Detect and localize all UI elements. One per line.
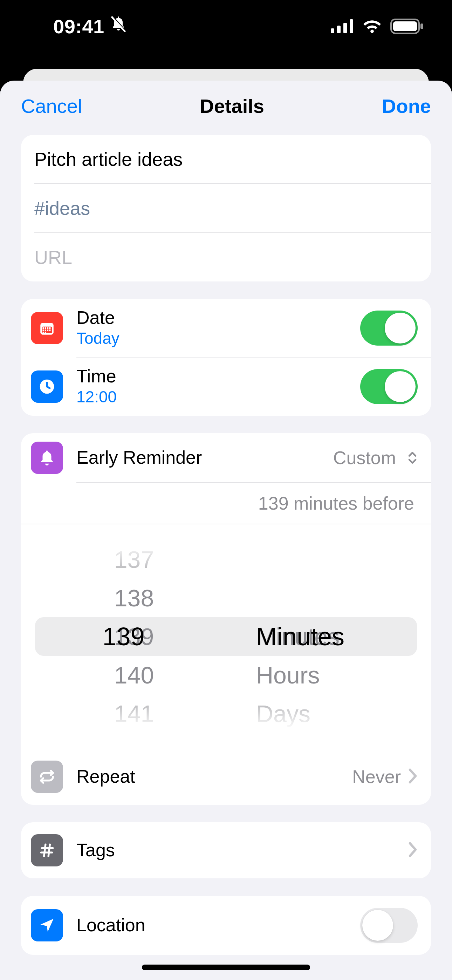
- tags-group: Tags: [21, 822, 431, 878]
- repeat-row[interactable]: Repeat Never: [21, 749, 431, 805]
- svg-rect-16: [45, 329, 46, 331]
- time-row[interactable]: Time 12:00: [21, 358, 431, 415]
- svg-rect-12: [45, 328, 46, 329]
- url-field[interactable]: URL: [21, 233, 431, 282]
- picker-selected-unit: Minutes: [226, 617, 431, 656]
- early-reminder-group: Early Reminder Custom 139 minutes before: [21, 433, 431, 805]
- hash-icon: [31, 834, 63, 866]
- picker-selected-number: 139: [21, 617, 226, 656]
- custom-picker[interactable]: 135 136 137 138 139 140 141 142 143: [21, 524, 431, 749]
- bell-icon: [31, 442, 63, 474]
- svg-rect-18: [49, 329, 51, 331]
- home-indicator: [142, 964, 310, 970]
- time-label: Time: [76, 366, 360, 387]
- date-time-group: Date Today Time 12:00: [21, 299, 431, 416]
- svg-rect-17: [47, 329, 48, 331]
- details-sheet: Cancel Details Done Pitch article ideas …: [0, 81, 452, 980]
- date-toggle[interactable]: [360, 310, 418, 345]
- cancel-button[interactable]: Cancel: [21, 95, 82, 118]
- location-icon: [31, 909, 63, 942]
- date-value: Today: [76, 328, 360, 349]
- early-reminder-row[interactable]: Early Reminder Custom: [21, 433, 431, 482]
- date-row[interactable]: Date Today: [21, 299, 431, 357]
- wifi-icon: [361, 19, 383, 34]
- status-time: 09:41: [53, 15, 104, 38]
- date-label: Date: [76, 307, 360, 328]
- svg-rect-4: [344, 23, 347, 33]
- location-group: Location: [21, 896, 431, 955]
- chevron-right-icon: [408, 768, 418, 785]
- svg-rect-20: [45, 332, 46, 333]
- status-bar: 09:41: [0, 0, 452, 63]
- svg-rect-19: [43, 332, 44, 333]
- svg-rect-11: [43, 328, 44, 329]
- svg-rect-15: [43, 329, 44, 331]
- repeat-icon: [31, 760, 63, 793]
- svg-rect-14: [49, 328, 51, 329]
- svg-rect-5: [350, 19, 353, 33]
- repeat-label: Repeat: [76, 766, 352, 787]
- do-not-disturb-icon: [110, 15, 127, 38]
- time-value: 12:00: [76, 387, 360, 407]
- early-reminder-summary: 139 minutes before: [21, 483, 431, 523]
- svg-rect-3: [337, 25, 341, 33]
- clock-icon: [31, 371, 63, 403]
- title-field[interactable]: Pitch article ideas: [21, 135, 431, 183]
- time-toggle[interactable]: [360, 369, 418, 404]
- chevron-right-icon: [408, 842, 418, 859]
- svg-line-24: [44, 844, 46, 856]
- svg-rect-8: [420, 24, 423, 29]
- battery-icon: [390, 19, 424, 34]
- popup-indicator-icon: [407, 451, 418, 465]
- cellular-icon: [331, 19, 354, 33]
- location-row[interactable]: Location: [21, 896, 431, 955]
- text-fields-group: Pitch article ideas #ideas URL: [21, 135, 431, 282]
- svg-rect-7: [393, 21, 417, 31]
- page-title: Details: [200, 95, 264, 118]
- early-reminder-label: Early Reminder: [76, 447, 333, 468]
- location-label: Location: [76, 915, 360, 936]
- calendar-icon: [31, 312, 63, 344]
- location-toggle[interactable]: [360, 908, 418, 943]
- svg-line-25: [48, 844, 50, 856]
- svg-rect-2: [331, 29, 334, 33]
- early-reminder-mode: Custom: [333, 447, 396, 468]
- nav-bar: Cancel Details Done: [0, 81, 452, 135]
- tags-row[interactable]: Tags: [21, 822, 431, 878]
- notes-field[interactable]: #ideas: [21, 184, 431, 232]
- svg-rect-13: [47, 328, 48, 329]
- repeat-value: Never: [352, 766, 401, 787]
- done-button[interactable]: Done: [382, 95, 431, 118]
- tags-label: Tags: [76, 840, 408, 861]
